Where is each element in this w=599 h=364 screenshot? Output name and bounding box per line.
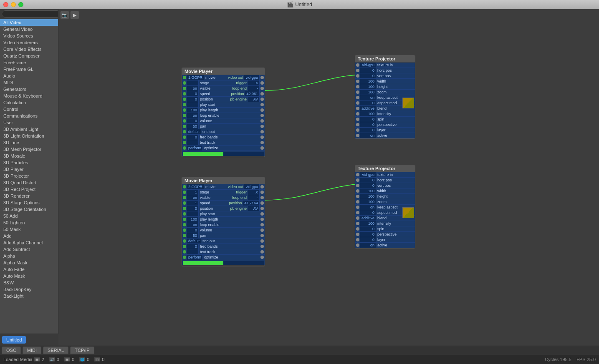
right-port [260,228,264,232]
tcpip-tab[interactable]: TCP/IP [70,346,94,354]
node-row: 1stagetriggerX [182,190,265,195]
serial-tab[interactable]: SERIAL [43,346,68,354]
node-value: default [187,238,201,244]
osc-tab[interactable]: OSC [2,346,21,354]
sidebar-item-34[interactable]: Add Subtract [0,246,58,253]
node-label: position [199,97,229,101]
minimize-button[interactable] [11,2,16,7]
tex-label: vert pos [376,74,415,78]
sidebar-item-32[interactable]: Add [0,233,58,239]
sidebar-item-8[interactable]: Audio [0,73,58,79]
sidebar-item-35[interactable]: Alpha [0,253,58,259]
net-item: 🌐 0 [79,357,89,362]
sidebar-item-36[interactable]: Alpha Mask [0,259,58,266]
sidebar-item-39[interactable]: B&W [0,279,58,286]
node-value: 50 [187,233,199,238]
window-title: Untitled [295,2,312,8]
right-port [260,218,264,221]
sidebar-item-26[interactable]: 3D Renderer [0,193,58,199]
sidebar-item-6[interactable]: FreeFrame [0,59,58,66]
sidebar-item-28[interactable]: 3D Stage Orientation [0,206,58,213]
sidebar-item-2[interactable]: Video Sources [0,33,58,39]
sidebar-item-9[interactable]: MIDI [0,79,58,86]
node-row: 0positionpb engineAV [182,206,265,211]
sidebar-item-13[interactable]: Control [0,106,58,113]
tex-left-port [356,178,359,182]
cycles-label: Cycles 195.5 [545,357,571,362]
sidebar-item-17[interactable]: 3D Light Orientation [0,133,58,139]
tex-row: 100intensity [355,111,415,117]
node-right-label: video out [227,185,245,189]
node-value [187,211,199,216]
right-port [260,245,264,248]
sidebar-item-15[interactable]: User [0,119,58,126]
search-input[interactable] [2,10,58,18]
audio-icon: 🔊 [49,357,55,361]
sidebar-item-3[interactable]: Video Renderers [0,39,58,46]
tex-value: 100 [360,111,376,116]
sidebar-item-11[interactable]: Mouse & Keyboard [0,93,58,99]
tex-value: on [360,95,376,100]
tex-left-port [356,74,359,78]
sidebar-item-4[interactable]: Core Video Effects [0,46,58,53]
node-label: snd out [201,130,260,134]
sidebar-item-0[interactable]: All Video [0,19,58,26]
sidebar-item-1[interactable]: General Video [0,26,58,33]
tex-value: 100 [360,199,376,204]
left-port [183,207,186,210]
right-port [260,119,264,123]
sidebar-item-27[interactable]: 3D Stage Options [0,199,58,206]
left-port [183,119,186,123]
texture-projector-1-header: Texture Projector [355,55,415,63]
sidebar-item-23[interactable]: 3D Projector [0,173,58,179]
node-value [187,140,199,145]
sidebar-item-38[interactable]: Auto Mask [0,273,58,279]
node-value [187,102,199,107]
tex-value: 100 [360,194,376,199]
close-button[interactable] [3,2,8,7]
sidebar-item-41[interactable]: BackLight [0,293,58,299]
tex-value: 0 [360,226,376,231]
sidebar-item-21[interactable]: 3D Particles [0,159,58,166]
sidebar-item-12[interactable]: Calculation [0,99,58,106]
movie-player-2-body: 2:GOPRmovievideo outvid-gpu1stagetrigger… [182,184,265,265]
left-port [183,212,186,216]
tex-label: perspective [376,232,415,236]
sidebar-item-30[interactable]: 50 Lighten [0,219,58,226]
untitled-tab[interactable]: Untitled [2,336,26,344]
sidebar-item-40[interactable]: BackDropKey [0,286,58,293]
sidebar-item-7[interactable]: FreeFrame GL [0,66,58,73]
node-right-value: - [248,86,260,91]
sidebar-item-20[interactable]: 3D Mosaic [0,153,58,159]
sidebar-item-37[interactable]: Auto Fade [0,266,58,273]
tex-row: onactive [355,133,415,138]
tex-label: intensity [376,221,415,226]
tex-label: horz pos [376,68,415,73]
tex-row: 0aspect mod [355,100,415,106]
sidebar-item-22[interactable]: 3D Player [0,166,58,173]
sidebar-item-24[interactable]: 3D Quad Distort [0,179,58,186]
sidebar-item-16[interactable]: 3D Ambient Light [0,126,58,133]
tex-row: additiveblend [355,106,415,111]
tex-label: spin [376,117,415,121]
left-port [183,191,186,194]
sidebar-item-29[interactable]: 50 Add [0,213,58,219]
sidebar-item-25[interactable]: 3D Rect Project [0,186,58,193]
midi-tab[interactable]: MIDI [23,346,41,354]
camera-button[interactable]: 📷 [60,11,69,19]
tex-left-port [356,195,359,198]
left-port [183,201,186,205]
sidebar-item-31[interactable]: 50 Mask [0,226,58,233]
sidebar-item-10[interactable]: Generators [0,86,58,93]
sidebar-item-14[interactable]: Communications [0,113,58,119]
maximize-button[interactable] [18,2,23,7]
sidebar-item-19[interactable]: 3D Mesh Projector [0,146,58,153]
sidebar-item-18[interactable]: 3D Line [0,139,58,146]
node-label: optimize [203,146,260,150]
tex-left-port [356,118,359,121]
sidebar-item-33[interactable]: Add Alpha Channel [0,239,58,246]
node-value: 1:GOPR [187,75,204,80]
sidebar-item-5[interactable]: Quartz Composer [0,53,58,59]
texture-projector-node-2: Texture Projector vid-gputexture in0horz… [355,165,415,249]
play-button[interactable]: ▶ [70,11,79,19]
